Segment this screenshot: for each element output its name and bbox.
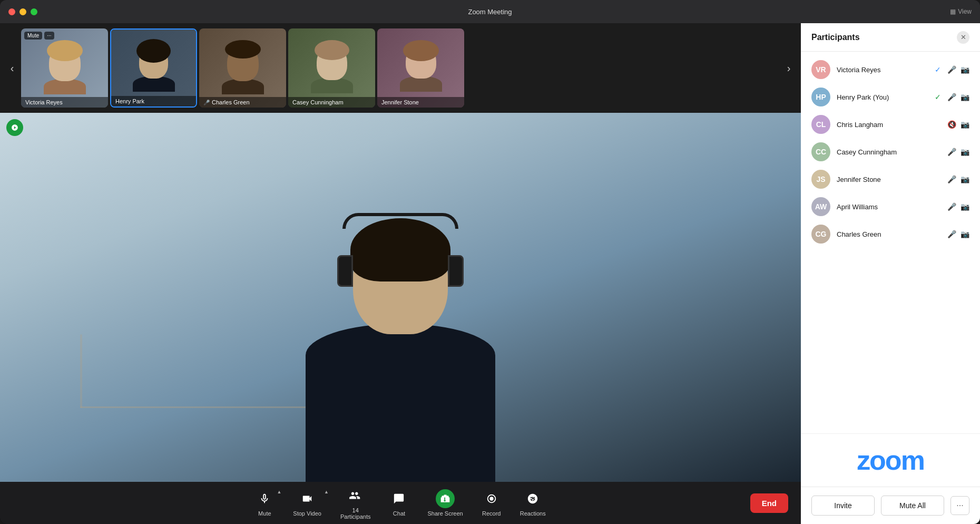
grid-icon: ▦ [950,8,956,15]
more-overlay-button[interactable]: ··· [44,32,54,40]
video-caret[interactable]: ▲ [324,489,329,494]
thumbnail-henry-park[interactable]: Henry Park [110,28,197,108]
stop-video-button[interactable]: ▲ Stop Video [283,485,331,521]
zoom-window: Zoom Meeting ▦ View ‹ [0,0,980,524]
thumb-overlay-1: Mute ··· [24,32,54,40]
participant-info: April Williams [837,202,941,211]
mute-overlay-button[interactable]: Mute [24,32,42,40]
reactions-icon [523,489,542,508]
window-title: Zoom Meeting [468,8,512,16]
strip-nav-left[interactable]: ‹ [4,60,20,76]
participant-item[interactable]: VR Victoria Reyes ✓ 🎤 📷 [801,56,980,83]
thumbnail-jennifer-stone[interactable]: Jennifer Stone [377,28,464,108]
thumb-label-1: Victoria Reyes [21,97,108,108]
mute-caret[interactable]: ▲ [277,489,281,494]
avatar-charles-green: CG [811,225,830,244]
main-video [0,113,801,482]
participants-label: Participants [340,513,370,520]
thumb-label-2: Henry Park [111,96,196,106]
verified-icon-1: ✓ [935,65,941,74]
thumb-label-4: Casey Cunningham [288,97,375,108]
video-area: ‹ Mute ··· [0,23,801,524]
mic-icon-4: 🎤 [947,148,956,156]
reactions-label: Reactions [520,510,546,517]
view-button[interactable]: ▦ View [950,8,972,15]
close-button[interactable] [8,8,15,15]
person-head [353,224,448,334]
camera-icon-1: 📷 [961,65,969,74]
participant-icons-5: 🎤 📷 [947,175,969,183]
end-button[interactable]: End [750,493,788,513]
mic-icon-5: 🎤 [947,175,956,183]
participant-icons-2: 🎤 📷 [947,93,969,101]
mic-icon-2: 🎤 [947,93,956,101]
thumbnail-charles-green[interactable]: 🎤 Charles Green [199,28,286,108]
participant-item[interactable]: AW April Williams 🎤 📷 [801,193,980,220]
chat-button[interactable]: Chat [380,485,418,521]
zoom-logo: zoom [857,444,924,476]
participant-list: VR Victoria Reyes ✓ 🎤 📷 HP Henry Park (Y… [801,52,980,433]
invite-button[interactable]: Invite [811,496,875,516]
participant-icons-6: 🎤 📷 [947,202,969,211]
record-button[interactable]: Record [473,485,511,521]
participant-info: Jennifer Stone [837,174,941,184]
camera-icon-4: 📷 [961,148,969,156]
camera-icon-2: 📷 [961,93,969,101]
window-controls [8,8,37,15]
participant-icons-4: 🎤 📷 [947,148,969,156]
participant-name: Jennifer Stone [837,176,881,183]
participant-item[interactable]: JS Jennifer Stone 🎤 📷 [801,166,980,193]
headphone-right [448,255,464,287]
sidebar-title: Participants [811,33,860,42]
svg-point-1 [489,497,493,500]
minimize-button[interactable] [19,8,26,15]
sidebar-footer: Invite Mute All ··· [801,487,980,524]
participant-icons-1: 🎤 📷 [947,65,969,74]
more-options-button[interactable]: ··· [950,496,969,515]
maximize-button[interactable] [31,8,37,15]
participants-button[interactable]: 14 Participants [331,482,380,524]
share-screen-button[interactable]: Share Screen [418,485,472,521]
participant-info: Victoria Reyes [837,65,928,74]
chat-label: Chat [393,510,405,517]
camera-icon [298,489,317,508]
thumb-label-3: 🎤 Charles Green [199,97,286,108]
chat-icon [389,489,408,508]
participant-icons-7: 🎤 📷 [947,230,969,238]
participant-item[interactable]: CL Chris Langham 🔇 📷 [801,111,980,138]
camera-icon-6: 📷 [961,202,969,211]
thumbnail-casey-cunningham[interactable]: Casey Cunningham [288,28,375,108]
headphone-band [342,213,458,229]
share-screen-label: Share Screen [427,510,463,517]
thumbnail-strip: ‹ Mute ··· [0,23,801,113]
share-screen-icon [436,489,455,508]
avatar-jennifer-stone: JS [811,170,830,189]
participants-sidebar: Participants ✕ VR Victoria Reyes ✓ 🎤 📷 [801,23,980,524]
toolbar: ▲ Mute ▲ Stop Video [0,482,801,524]
participant-info: Casey Cunningham [837,147,941,157]
participant-item[interactable]: HP Henry Park (You) ✓ 🎤 📷 [801,83,980,111]
avatar-chris-langham: CL [811,115,830,134]
person-body [306,324,495,482]
mic-icon-6: 🎤 [947,202,956,211]
thumbnail-victoria-reyes[interactable]: Mute ··· Victoria Reyes [21,28,108,108]
camera-icon-7: 📷 [961,230,969,238]
mic-muted-icon-3: 🔇 [947,120,956,129]
headphone-left [337,255,353,287]
reactions-button[interactable]: Reactions [511,485,555,521]
participant-item[interactable]: CG Charles Green 🎤 📷 [801,220,980,248]
participant-name: Casey Cunningham [837,148,897,156]
close-sidebar-button[interactable]: ✕ [957,31,969,44]
avatar-casey-cunningham: CC [811,142,830,161]
avatar-victoria-reyes: VR [811,60,830,79]
strip-nav-right[interactable]: › [781,60,797,76]
mute-all-button[interactable]: Mute All [881,496,944,516]
mute-button[interactable]: ▲ Mute [246,485,283,521]
participant-item[interactable]: CC Casey Cunningham 🎤 📷 [801,138,980,166]
microphone-icon [255,489,274,508]
participant-name: Chris Langham [837,121,883,129]
participant-info: Charles Green [837,229,941,239]
mic-icon-1: 🎤 [947,65,956,74]
thumb-label-5: Jennifer Stone [377,97,464,108]
verified-icon-2: ✓ [935,93,941,101]
